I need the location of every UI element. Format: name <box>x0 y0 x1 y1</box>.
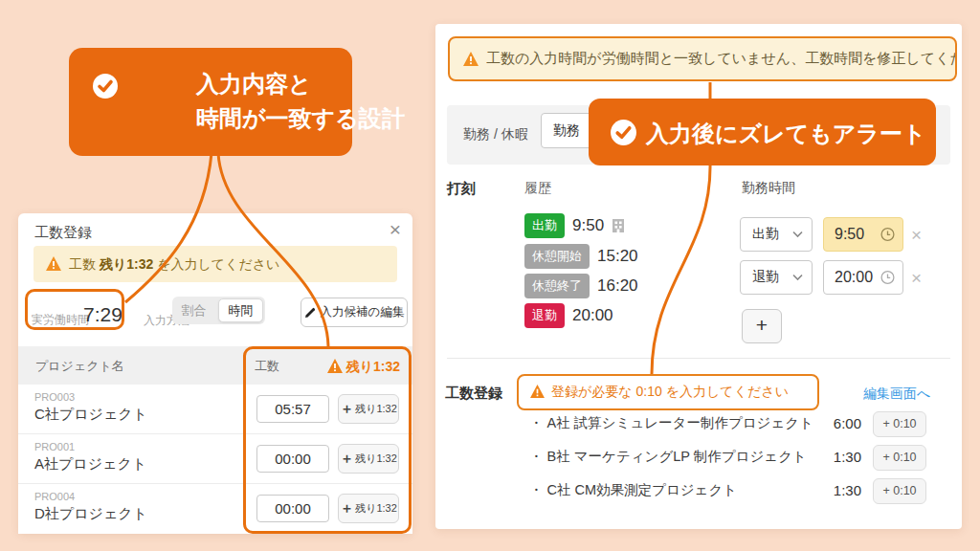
pencil-icon <box>304 307 316 319</box>
close-icon[interactable]: × <box>390 219 401 239</box>
worktime-label: 勤務時間 <box>742 180 795 197</box>
plus-icon: ＋ <box>340 451 353 468</box>
stamp-entry: 休憩終了 16:20 <box>524 274 638 298</box>
kosu-required-alert: 登録が必要な 0:10 を入力してください <box>517 374 819 410</box>
callout-alert-on-mismatch: 入力後にズレてもアラート <box>589 99 936 165</box>
col-remaining: 残り1:32 <box>331 357 400 376</box>
edit-candidates-label: 入力候補の編集 <box>321 304 405 320</box>
worktime-start-field[interactable]: 9:50 <box>823 217 903 252</box>
table-row: PRO003 C社プロジェクト ＋残り1:32 <box>18 385 412 434</box>
remove-row-icon[interactable]: × <box>911 269 922 287</box>
add-time-button[interactable]: + 0:10 <box>873 411 926 437</box>
table-row: PRO001 A社プロジェクト ＋残り1:32 <box>18 434 412 484</box>
stamp-badge: 出勤 <box>524 213 565 238</box>
chevron-down-icon <box>792 275 803 281</box>
add-remaining-button[interactable]: ＋残り1:32 <box>338 494 399 523</box>
col-kosu: 工数 <box>255 358 279 375</box>
kosu-item-name: ・ C社 CM効果測定プロジェクト <box>529 481 737 499</box>
callout-input-matches-design: 入力内容と 時間が一致する設計 <box>69 48 352 156</box>
history-label: 履歴 <box>524 180 551 197</box>
stamp-time: 20:00 <box>572 306 613 325</box>
page-background: 工数登録 × 工数 残り1:32 を入力してください 実労働時間 7:29 入力… <box>0 0 980 551</box>
add-worktime-button[interactable]: + <box>742 309 782 343</box>
add-time-button[interactable]: + 0:10 <box>873 445 926 471</box>
worktime-type-select[interactable]: 退勤 <box>740 260 813 295</box>
table-header: プロジェクト名 工数 残り1:32 <box>18 346 412 385</box>
stamp-badge: 退勤 <box>524 303 565 328</box>
stamp-entry: 退勤 20:00 <box>524 303 613 328</box>
callout-text-line2: 時間が一致する設計 <box>196 103 405 134</box>
stamp-entry: 出勤 9:50 <box>524 213 625 238</box>
add-remaining-button[interactable]: ＋残り1:32 <box>338 444 399 474</box>
kosu-registration-modal: 工数登録 × 工数 残り1:32 を入力してください 実労働時間 7:29 入力… <box>18 213 412 534</box>
chevron-down-icon <box>792 231 803 238</box>
project-code: PRO001 <box>34 441 75 452</box>
toggle-option-time[interactable]: 時間 <box>218 298 264 322</box>
stamp-badge: 休憩終了 <box>524 274 590 298</box>
remaining-alert-text: 工数 残り1:32 を入力してください <box>69 246 279 282</box>
table-row: PRO004 D社プロジェクト ＋残り1:32 <box>18 484 412 534</box>
kosu-section-label: 工数登録 <box>445 385 502 403</box>
stamp-badge: 休憩開始 <box>524 244 590 269</box>
edit-screen-link[interactable]: 編集画面へ <box>863 386 930 403</box>
project-code: PRO003 <box>34 391 75 403</box>
project-code: PRO004 <box>34 491 75 502</box>
kosu-item-time: 1:30 <box>834 482 861 498</box>
toggle-option-ratio[interactable]: 割合 <box>172 302 216 320</box>
stamp-time: 9:50 <box>572 216 604 235</box>
add-remaining-button[interactable]: ＋残り1:32 <box>338 394 399 424</box>
clock-icon <box>880 271 895 285</box>
warning-icon <box>530 385 545 398</box>
edit-candidates-button[interactable]: 入力候補の編集 <box>301 298 408 327</box>
project-name: C社プロジェクト <box>34 406 147 424</box>
actual-worktime-value: 7:29 <box>83 303 122 326</box>
stamp-time: 16:20 <box>597 276 638 296</box>
add-time-button[interactable]: + 0:10 <box>873 478 926 504</box>
check-circle-icon <box>92 73 119 99</box>
stamp-time: 15:20 <box>597 247 638 266</box>
building-icon <box>612 218 625 233</box>
worktime-end-field[interactable]: 20:00 <box>823 260 903 295</box>
mismatch-alert-text: 工数の入力時間が労働時間と一致していません、工数時間を修正してください <box>486 38 957 78</box>
warning-icon <box>46 256 61 271</box>
kosu-input[interactable] <box>256 395 329 423</box>
callout-text-line1: 入力内容と <box>196 69 312 99</box>
remove-row-icon[interactable]: × <box>911 226 922 244</box>
kosu-required-alert-text: 登録が必要な 0:10 を入力してください <box>551 376 789 408</box>
check-circle-icon <box>610 119 637 146</box>
kosu-item-time: 1:30 <box>834 449 861 465</box>
divider <box>447 358 950 359</box>
warning-icon <box>463 52 479 66</box>
input-method-toggle: 割合 時間 <box>172 297 265 324</box>
kosu-input[interactable] <box>256 495 329 522</box>
kosu-item-name: ・ B社 マーケティングLP 制作プロジェクト <box>529 448 807 466</box>
kosu-input[interactable] <box>256 445 329 473</box>
project-name: D社プロジェクト <box>34 505 147 523</box>
modal-title: 工数登録 <box>34 224 92 242</box>
remaining-alert: 工数 残り1:32 を入力してください <box>33 246 397 282</box>
stamp-entry: 休憩開始 15:20 <box>524 244 638 269</box>
plus-icon: ＋ <box>340 401 353 418</box>
actual-worktime-label: 実労働時間 <box>32 312 89 328</box>
plus-icon: ＋ <box>340 500 353 518</box>
worktime-type-select[interactable]: 出勤 <box>740 217 813 252</box>
project-name: A社プロジェクト <box>34 455 146 474</box>
clock-icon <box>880 228 895 242</box>
dakoku-label: 打刻 <box>447 180 476 198</box>
kosu-item-time: 6:00 <box>834 415 861 431</box>
col-project-name: プロジェクト名 <box>35 358 124 375</box>
warning-icon <box>327 359 343 373</box>
work-leave-label: 勤務 / 休暇 <box>463 126 528 143</box>
kosu-item-name: ・ A社 試算シミュレーター制作プロジェクト <box>529 414 813 432</box>
callout-text: 入力後にズレてもアラート <box>646 119 926 149</box>
mismatch-alert: 工数の入力時間が労働時間と一致していません、工数時間を修正してください <box>448 36 957 81</box>
